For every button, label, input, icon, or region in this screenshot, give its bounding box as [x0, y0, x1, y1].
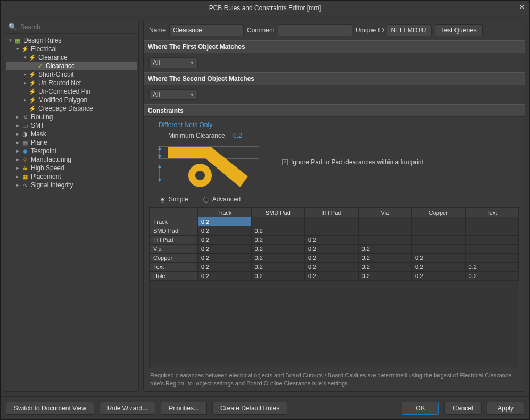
chevron-down-icon[interactable]: ▾ — [7, 38, 13, 43]
grid-cell[interactable] — [412, 245, 466, 254]
switch-to-document-view-button[interactable]: Switch to Document View — [6, 402, 94, 415]
ok-button[interactable]: OK — [402, 402, 439, 415]
chevron-right-icon[interactable]: ▸ — [22, 72, 28, 77]
grid-cell[interactable]: 0.2 — [198, 226, 252, 236]
grid-cell[interactable]: 0.2 — [198, 236, 252, 245]
grid-cell[interactable]: 0.2 — [465, 272, 519, 281]
grid-cell[interactable] — [358, 217, 412, 226]
first-object-scope-dropdown[interactable]: All ▼ — [149, 57, 198, 68]
grid-cell[interactable]: 0.2 — [305, 272, 359, 281]
grid-cell[interactable]: 0.2 — [358, 245, 412, 254]
grid-cell[interactable]: 0.2 — [198, 263, 252, 272]
grid-cell[interactable]: 0.2 — [305, 245, 359, 254]
grid-cell[interactable]: 0.2 — [251, 263, 305, 272]
grid-row-header[interactable]: Via — [150, 245, 198, 254]
chevron-right-icon[interactable]: ▸ — [15, 157, 20, 162]
tree-un-connected-pin[interactable]: ⚡ Un-Connected Pin — [6, 87, 137, 96]
grid-column-header[interactable]: TH Pad — [305, 208, 359, 217]
tree-design-rules[interactable]: ▾ ▦ Design Rules — [6, 36, 137, 45]
grid-cell[interactable] — [465, 254, 519, 263]
grid-cell[interactable] — [358, 236, 412, 245]
chevron-right-icon[interactable]: ▸ — [22, 97, 28, 103]
nets-toggle-link[interactable]: Different Nets Only — [159, 121, 212, 129]
chevron-down-icon[interactable]: ▾ — [15, 46, 20, 52]
close-icon[interactable]: ✕ — [519, 3, 525, 11]
tree-placement[interactable]: ▸ ▦ Placement — [6, 172, 137, 181]
grid-cell[interactable] — [412, 236, 466, 245]
grid-cell[interactable] — [465, 236, 519, 245]
rules-tree[interactable]: ▾ ▦ Design Rules ▾ ⚡ Electrical ▾ ⚡ Clea… — [5, 34, 138, 391]
grid-cell[interactable]: 0.2 — [465, 263, 519, 272]
grid-cell[interactable]: 0.2 — [305, 236, 359, 245]
chevron-right-icon[interactable]: ▸ — [15, 131, 20, 137]
chevron-down-icon[interactable]: ▾ — [22, 55, 28, 60]
grid-column-header[interactable]: Text — [465, 208, 519, 217]
grid-row-header[interactable]: Track — [150, 217, 198, 226]
tree-creepage-distance[interactable]: ⚡ Creepage Distance — [6, 104, 137, 113]
chevron-right-icon[interactable]: ▸ — [15, 114, 20, 120]
create-default-rules-button[interactable]: Create Default Rules — [212, 402, 287, 415]
grid-row-header[interactable]: Hole — [150, 272, 198, 281]
grid-cell[interactable]: 0.2 — [358, 254, 412, 263]
cancel-button[interactable]: Cancel — [444, 402, 482, 415]
chevron-right-icon[interactable]: ▸ — [15, 165, 20, 171]
tree-routing[interactable]: ▸ ↯ Routing — [6, 113, 137, 121]
grid-row-header[interactable]: TH Pad — [150, 236, 198, 245]
grid-cell[interactable]: 0.2 — [305, 254, 359, 263]
unique-id-field[interactable] — [387, 24, 432, 36]
grid-cell[interactable]: 0.2 — [198, 254, 252, 263]
grid-cell[interactable]: 0.2 — [251, 236, 305, 245]
tree-clearance-category[interactable]: ▾ ⚡ Clearance — [6, 53, 137, 62]
tree-smt[interactable]: ▸ ▭ SMT — [6, 121, 137, 130]
chevron-right-icon[interactable]: ▸ — [15, 140, 20, 145]
grid-cell[interactable]: 0.2 — [251, 254, 305, 263]
grid-column-header[interactable]: Via — [358, 208, 412, 217]
grid-cell[interactable]: 0.2 — [198, 245, 252, 254]
tree-plane[interactable]: ▸ ▤ Plane — [6, 138, 137, 147]
grid-cell[interactable] — [251, 217, 305, 226]
grid-cell[interactable]: 0.2 — [358, 263, 412, 272]
grid-cell[interactable]: 0.2 — [412, 254, 466, 263]
grid-cell[interactable] — [465, 226, 519, 236]
tree-electrical[interactable]: ▾ ⚡ Electrical — [6, 45, 137, 53]
tree-manufacturing[interactable]: ▸ ⛭ Manufacturing — [6, 155, 137, 164]
chevron-right-icon[interactable]: ▸ — [15, 174, 20, 179]
grid-cell[interactable] — [465, 245, 519, 254]
tree-signal-integrity[interactable]: ▸ ∿ Signal Integrity — [6, 181, 137, 189]
grid-cell[interactable]: 0.2 — [251, 226, 305, 236]
grid-cell[interactable] — [412, 217, 466, 226]
grid-cell[interactable]: 0.2 — [412, 263, 466, 272]
grid-cell[interactable] — [412, 226, 466, 236]
chevron-right-icon[interactable]: ▸ — [15, 182, 20, 188]
test-queries-button[interactable]: Test Queries — [435, 24, 482, 36]
tree-mask[interactable]: ▸ ◑ Mask — [6, 130, 137, 138]
grid-cell[interactable] — [305, 217, 359, 226]
grid-cell[interactable] — [465, 217, 519, 226]
mode-simple-radio[interactable]: Simple — [160, 196, 188, 203]
grid-column-header[interactable]: Copper — [412, 208, 466, 217]
second-object-scope-dropdown[interactable]: All ▼ — [149, 89, 198, 100]
min-clearance-value[interactable]: 0.2 — [233, 132, 242, 139]
grid-cell[interactable]: 0.2 — [251, 245, 305, 254]
clearance-grid[interactable]: TrackSMD PadTH PadViaCopperTextTrack0.2S… — [149, 207, 519, 367]
tree-short-circuit[interactable]: ▸ ⚡ Short-Circuit — [6, 70, 137, 79]
grid-column-header[interactable]: SMD Pad — [251, 208, 305, 217]
grid-cell[interactable]: 0.2 — [251, 272, 305, 281]
chevron-right-icon[interactable]: ▸ — [22, 80, 28, 86]
name-field[interactable] — [169, 24, 244, 36]
grid-row-header[interactable]: SMD Pad — [150, 226, 198, 236]
chevron-right-icon[interactable]: ▸ — [15, 123, 20, 128]
rule-wizard-button[interactable]: Rule Wizard... — [100, 402, 155, 415]
chevron-right-icon[interactable]: ▸ — [15, 148, 20, 154]
search-input[interactable] — [20, 23, 135, 31]
tree-modified-polygon[interactable]: ▸ ⚡ Modified Polygon — [6, 96, 137, 104]
grid-cell[interactable]: 0.2 — [412, 272, 466, 281]
grid-cell[interactable] — [305, 226, 359, 236]
mode-advanced-radio[interactable]: Advanced — [203, 196, 241, 203]
grid-cell[interactable]: 0.2 — [358, 272, 412, 281]
priorities-button[interactable]: Priorities... — [161, 402, 207, 415]
tree-testpoint[interactable]: ▸ ◆ Testpoint — [6, 147, 137, 155]
tree-clearance-rule[interactable]: ✔ Clearance — [6, 62, 137, 70]
grid-cell[interactable]: 0.2 — [198, 272, 252, 281]
grid-row-header[interactable]: Text — [150, 263, 198, 272]
